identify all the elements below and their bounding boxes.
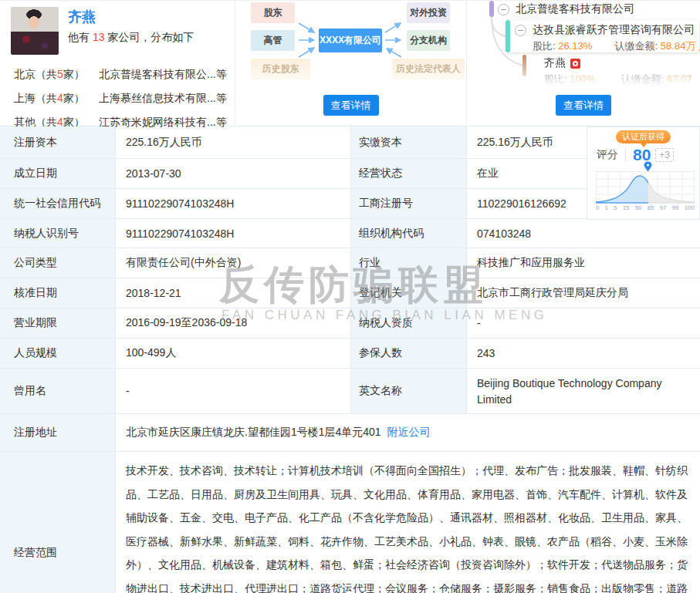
cert-after-badge: 认证后获得 <box>616 130 671 143</box>
score-delta: +3 <box>655 148 674 162</box>
field-value: 2016-09-19至2036-09-18 <box>116 308 351 339</box>
field-label: 核准日期 <box>0 278 116 308</box>
region-company: 上海慕丝信息技术有限...等 <box>99 92 227 106</box>
field-label: 经营状态 <box>351 159 467 189</box>
relation-diagram-panel: 股东 高管 历史股东 XXXX有限公司 对外投资 分支机构 历史法定代表人 查看… <box>235 1 467 126</box>
field-value: 91110229074103248H <box>116 189 351 219</box>
equity-node2-card: 齐燕 股比: 100% 认缴金额: 67.07 <box>544 56 697 86</box>
field-value: 100-499人 <box>116 339 351 369</box>
node2-ratio-line: 股比: 100% 认缴金额: 67.07 <box>544 72 697 86</box>
field-label: 营业期限 <box>0 308 116 339</box>
field-label: 工商注册号 <box>351 189 467 219</box>
cert-badge-wrap: 认证后获得 <box>587 129 699 147</box>
address-text: 北京市延庆区康庄镇龙庆.望都佳园1号楼1层4单元401 <box>126 426 381 440</box>
field-label: 实缴资本 <box>351 126 467 159</box>
field-value-business-scope: 技术开发、技术咨询、技术转让；计算机技术培训（不得面向全国招生）；代理、发布广告… <box>116 452 700 593</box>
root-color-bar <box>489 1 494 17</box>
equity-tree-panel: 北京普缇客科技有限公司 达孜县派睿跃齐管理咨询有限公司 股比: 26.13% 认… <box>467 1 700 126</box>
field-label: 参保人数 <box>351 339 467 369</box>
region-label: 上海（共4家） <box>14 92 99 106</box>
nearby-companies-link[interactable]: 附近公司 <box>387 426 431 440</box>
node-shareholder: 股东 <box>251 2 295 23</box>
table-row: 纳税人识别号 91110229074103248H 组织机构代码 0741032… <box>0 219 700 248</box>
table-row: 核准日期 2018-12-21 登记机关 北京市工商行政管理局延庆分局 <box>0 278 700 308</box>
field-label: 经营范围 <box>0 452 116 593</box>
field-label: 人员规模 <box>0 339 116 369</box>
field-label: 登记机关 <box>351 278 467 308</box>
relation-view-details-button[interactable]: 查看详情 <box>323 95 379 116</box>
field-value: 2018-12-21 <box>116 278 351 308</box>
top-section: 齐燕 他有 13 家公司，分布如下 北京（共5家） 北京普缇客科技有限公...等… <box>0 1 700 126</box>
company-count: 13 <box>93 31 105 43</box>
field-value: 225.16万人民币 <box>116 126 351 159</box>
node2-person-name[interactable]: 齐燕 <box>544 56 566 70</box>
field-value: 074103248 <box>467 219 700 248</box>
field-value: 有限责任公司(中外合资) <box>116 248 351 278</box>
score-label: 评分 <box>597 148 618 162</box>
node1-company-name[interactable]: 达孜县派睿跃齐管理咨询有限公司 <box>533 23 695 37</box>
company-profile-page: 齐燕 他有 13 家公司，分布如下 北京（共5家） 北京普缇客科技有限公...等… <box>0 0 700 593</box>
equity-root-node: 北京普缇客科技有限公司 <box>498 2 634 16</box>
pin-marker-icon <box>644 161 652 172</box>
node-history-legal: 历史法定代表人 <box>392 59 465 79</box>
score-card: 认证后获得 评分 80 +3 <box>587 126 700 220</box>
field-label: 曾用名 <box>0 369 116 414</box>
region-row-shanghai: 上海（共4家） 上海慕丝信息技术有限...等 <box>14 86 230 110</box>
person-name-link[interactable]: 齐燕 <box>68 8 96 26</box>
table-row: 人员规模 100-499人 参保人数 243 <box>0 339 700 369</box>
field-label: 纳税人识别号 <box>0 219 116 248</box>
field-label: 纳税人资质 <box>351 308 467 339</box>
person-panel: 齐燕 他有 13 家公司，分布如下 北京（共5家） 北京普缇客科技有限公...等… <box>0 1 235 126</box>
person-intro: 他有 13 家公司，分布如下 <box>68 31 194 45</box>
field-value-address: 北京市延庆区康庄镇龙庆.望都佳园1号楼1层4单元401 附近公司 <box>116 414 700 452</box>
region-list: 北京（共5家） 北京普缇客科技有限公...等 上海（共4家） 上海慕丝信息技术有… <box>14 62 230 134</box>
table-row-address: 注册地址 北京市延庆区康庄镇龙庆.望都佳园1号楼1层4单元401 附近公司 <box>0 414 700 452</box>
equity-view-details-button[interactable]: 查看详情 <box>556 95 611 116</box>
node-investment: 对外投资 <box>407 2 450 23</box>
field-value: 91110229074103248H <box>116 219 351 248</box>
field-label: 注册地址 <box>0 414 116 452</box>
field-label: 成立日期 <box>0 159 116 189</box>
field-value: - <box>116 369 351 414</box>
region-company: 北京普缇客科技有限公...等 <box>99 68 227 82</box>
field-value: 北京市工商行政管理局延庆分局 <box>467 278 700 308</box>
region-row-beijing: 北京（共5家） 北京普缇客科技有限公...等 <box>14 62 230 86</box>
table-row: 曾用名 - 英文名称 Beijing Boutique Technology C… <box>0 369 700 414</box>
field-label: 行业 <box>351 248 467 278</box>
intro-prefix: 他有 <box>68 31 93 43</box>
score-row: 评分 80 +3 <box>597 146 674 164</box>
equity-node1-card: 达孜县派睿跃齐管理咨询有限公司 股比: 26.13% 认缴金额: 58.84万 … <box>506 20 699 52</box>
field-value: - <box>467 308 700 339</box>
table-row: 公司类型 有限责任公司(中外合资) 行业 科技推广和应用服务业 <box>0 248 700 278</box>
node1-color-bar <box>506 20 510 52</box>
node-center-company: XXXX有限公司 <box>319 29 382 52</box>
person-badge-icon <box>570 59 580 69</box>
field-value: 243 <box>467 339 700 369</box>
score-axis: 0151550859799100 <box>596 204 695 211</box>
node-branch: 分支机构 <box>407 30 450 51</box>
node-executive: 高管 <box>251 30 295 51</box>
field-value: 2013-07-30 <box>116 159 351 189</box>
field-value: 科技推广和应用服务业 <box>467 248 700 278</box>
collapse-minus-icon[interactable] <box>515 25 526 36</box>
collapse-minus-icon[interactable] <box>498 4 509 15</box>
field-label: 注册资本 <box>0 126 116 159</box>
region-label: 北京（共5家） <box>14 68 99 82</box>
score-divider <box>625 149 626 161</box>
field-value-english-name: Beijing Boutique Technology Company Limi… <box>467 369 700 414</box>
field-label: 英文名称 <box>351 369 467 414</box>
field-label: 公司类型 <box>0 248 116 278</box>
score-distribution-chart <box>596 171 695 204</box>
node-history-shareholder: 历史股东 <box>251 59 310 79</box>
person-avatar <box>11 7 59 55</box>
intro-suffix: 家公司，分布如下 <box>104 31 194 43</box>
table-row: 营业期限 2016-09-19至2036-09-18 纳税人资质 - <box>0 308 700 339</box>
root-company-name[interactable]: 北京普缇客科技有限公司 <box>516 2 634 16</box>
node2-color-bar <box>522 55 526 76</box>
table-row-business-scope: 经营范围 技术开发、技术咨询、技术转让；计算机技术培训（不得面向全国招生）；代理… <box>0 452 700 593</box>
node1-ratio-line: 股比: 26.13% 认缴金额: 58.84万 人民币 <box>533 39 699 53</box>
field-label: 组织机构代码 <box>351 219 467 248</box>
field-label: 统一社会信用代码 <box>0 189 116 219</box>
